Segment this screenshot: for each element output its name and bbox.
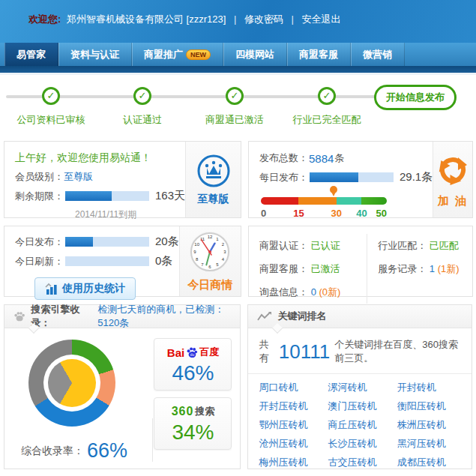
step-label-activated: 商盟通已激活 — [186, 113, 283, 127]
publish-total-value: 5884 — [309, 152, 334, 165]
today-refresh-value: 0条 — [155, 254, 172, 268]
overall-rate-label: 综合收录率： — [21, 445, 84, 458]
keyword-link[interactable]: 澳门压砖机 — [328, 397, 397, 415]
daily-publish-progressbar — [310, 172, 394, 182]
change-password-link[interactable]: 修改密码 — [244, 13, 283, 25]
service-record-count[interactable]: 1 — [430, 263, 435, 274]
keyword-link[interactable]: 梅州压砖机 — [259, 453, 328, 472]
svg-text:10: 10 — [195, 242, 200, 247]
today-publish-value: 20条 — [155, 235, 179, 249]
company-name: 郑州智睿机械设备有限公司 [zzzr123] — [67, 13, 226, 25]
inquiry-label: 询盘信息： — [259, 286, 308, 298]
logout-link[interactable]: 安全退出 — [302, 13, 341, 25]
trend-icon — [257, 311, 272, 322]
refresh-icon — [433, 151, 472, 190]
keyword-link[interactable]: 漯河砖机 — [328, 378, 397, 397]
svg-text:12: 12 — [208, 235, 213, 239]
today-publish-progressbar — [65, 237, 149, 247]
keywords-summary: 共有 10111 个关键词排在百度、360搜索前三页。 — [248, 328, 472, 374]
keyword-link[interactable]: 衡阳压砖机 — [397, 397, 466, 415]
steps-track-line — [6, 95, 396, 98]
greeting-text: 上午好，欢迎您使用易站通！ — [15, 151, 185, 165]
alliance-cert-value: 已认证 — [311, 240, 340, 251]
clock-icon: 1212 345 678 91011 — [188, 230, 232, 274]
step-label-audited: 公司资料已审核 — [2, 113, 100, 127]
boost-section[interactable]: 加 油 — [433, 142, 472, 217]
publish-total-unit: 条 — [334, 151, 344, 165]
nav-underline-strip — [0, 66, 476, 73]
keyword-link[interactable]: 商丘压砖机 — [328, 415, 397, 434]
member-level-value[interactable]: 至尊版 — [64, 170, 93, 184]
today-stats-panel: 今日发布： 20条 今日刷新： 0条 使用历史统计 — [4, 226, 241, 297]
membership-panel: 上午好，欢迎您使用易站通！ 会员级别： 至尊版 剩余期限： 163天 2014/… — [4, 141, 241, 218]
baidu-card: Bai du 百度 46% — [154, 338, 232, 391]
main-nav: 易管家 资料与认证 商盟推广 NEW 四模网站 商盟客服 微营销 — [0, 43, 476, 66]
market-section[interactable]: 1212 345 678 91011 今日商情 — [179, 226, 241, 296]
membership-badge-label: 至尊版 — [198, 193, 229, 206]
keyword-link[interactable]: 黑河压砖机 — [397, 434, 466, 453]
dashboard: 上午好，欢迎您使用易站通！ 会员级别： 至尊版 剩余期限： 163天 2014/… — [0, 141, 476, 469]
publish-stats-panel: 发布总数： 5884 条 每日发布： 29.1条 0 15 — [248, 141, 473, 218]
keyword-link[interactable]: 鄂州压砖机 — [259, 415, 328, 434]
remaining-days: 163天 — [155, 189, 185, 203]
gauge-tick: 30 — [331, 208, 342, 219]
tab-shangmeng-tuiguang[interactable]: 商盟推广 NEW — [132, 43, 223, 66]
alliance-service-value: 已激活 — [311, 263, 340, 274]
keywords-title: 关键词排名 — [277, 310, 326, 323]
new-badge: NEW — [186, 49, 211, 60]
market-label: 今日商情 — [187, 278, 232, 292]
top-bar: 欢迎您: 郑州智睿机械设备有限公司 [zzzr123] | 修改密码 | 安全退… — [0, 0, 476, 43]
keyword-link[interactable]: 长沙压砖机 — [328, 434, 397, 453]
inquiry-new-count[interactable]: (0新) — [319, 286, 340, 298]
svg-text:du: du — [190, 353, 195, 357]
daily-publish-value: 29.1条 — [400, 170, 433, 184]
step-label-matched: 行业已完全匹配 — [278, 113, 376, 127]
seo-panel: 搜索引擎收录： 检测七天前的商机，已检测：5120条 综合收录率： 66% Ba… — [4, 304, 241, 469]
baidu-paw-icon: du — [186, 346, 198, 358]
keywords-panel-header: 关键词排名 — [248, 305, 472, 328]
progress-steps: ✓ ✓ ✓ ✓ 公司资料已审核 认证通过 商盟通已激活 行业已完全匹配 开始信息… — [0, 73, 476, 141]
keyword-link[interactable]: 株洲压砖机 — [397, 415, 466, 434]
chart-bars-icon — [45, 283, 58, 295]
keyword-link[interactable]: 成都压砖机 — [397, 453, 466, 472]
tab-shangmeng-kefu[interactable]: 商盟客服 — [287, 43, 351, 66]
keyword-link[interactable]: 周口砖机 — [259, 378, 328, 397]
check-icon: ✓ — [133, 87, 151, 105]
paw-icon — [13, 310, 25, 322]
keyword-link[interactable]: 开封压砖机 — [259, 397, 328, 415]
industry-match-label: 行业匹配： — [378, 240, 427, 251]
today-refresh-label: 今日刷新： — [15, 255, 64, 268]
keyword-link[interactable]: 开封砖机 — [397, 378, 466, 397]
service-record-label: 服务记录： — [378, 263, 427, 274]
tab-weiyingxiao[interactable]: 微营销 — [351, 43, 405, 66]
gauge-tick: 0 — [261, 208, 266, 219]
start-publish-button[interactable]: 开始信息发布 — [374, 85, 457, 110]
welcome-label: 欢迎您: — [28, 13, 61, 25]
remaining-progressbar — [65, 191, 149, 201]
seo-panel-header: 搜索引擎收录： 检测七天前的商机，已检测：5120条 — [4, 305, 240, 328]
keyword-link[interactable]: 古交压砖机 — [328, 453, 397, 472]
alliance-status-panel: 商盟认证： 已认证 商盟客服： 已激活 询盘信息： 0 (0新) — [248, 226, 473, 297]
service-record-new[interactable]: (1新) — [438, 263, 460, 274]
check-icon: ✓ — [318, 87, 336, 105]
publish-total-label: 发布总数： — [259, 151, 308, 165]
daily-publish-label: 每日发布： — [259, 171, 308, 184]
step-label-verified: 认证通过 — [94, 113, 191, 127]
tab-simo-wangzhan[interactable]: 四模网站 — [223, 43, 287, 66]
inquiry-count[interactable]: 0 — [311, 286, 316, 298]
overall-rate-value: 66% — [87, 439, 127, 463]
membership-badge-section[interactable]: 至尊版 — [185, 142, 241, 217]
tab-ziliao-renzheng[interactable]: 资料与认证 — [58, 43, 132, 66]
tab-yiguanjia[interactable]: 易管家 — [4, 43, 58, 66]
seo-donut-chart — [28, 340, 115, 427]
keywords-count: 10111 — [279, 340, 330, 364]
keyword-link[interactable]: 沧州压砖机 — [259, 434, 328, 453]
gauge-tick: 15 — [293, 208, 304, 219]
keywords-grid: 周口砖机 漯河砖机 开封砖机 开封压砖机 澳门压砖机 衡阳压砖机 鄂州压砖机 商… — [248, 374, 472, 472]
vertical-divider — [152, 418, 153, 462]
industry-match-value: 已匹配 — [430, 240, 459, 251]
welcome-line: 欢迎您: 郑州智睿机械设备有限公司 [zzzr123] | 修改密码 | 安全退… — [0, 0, 476, 26]
usage-history-button[interactable]: 使用历史统计 — [34, 277, 136, 300]
today-refresh-progressbar — [65, 256, 149, 266]
check-icon: ✓ — [42, 87, 60, 105]
